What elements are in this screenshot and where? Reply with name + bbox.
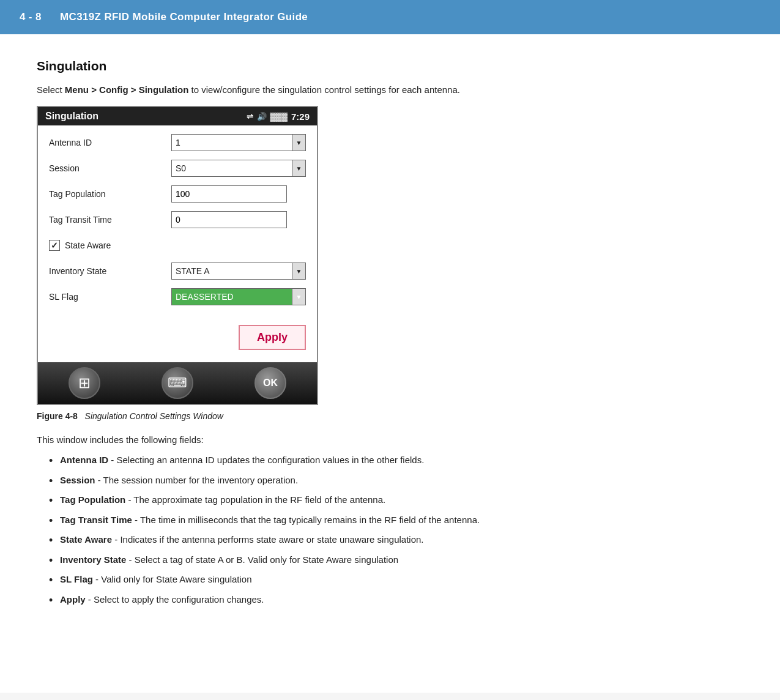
bullet-desc-5: - Select a tag of state A or B. Valid on… [129,554,399,565]
figure-description: Singulation Control Settings Window [85,411,223,421]
tag-transit-time-input[interactable] [171,211,287,228]
session-arrow[interactable]: ▼ [292,160,305,176]
section-title: Singulation [37,59,743,73]
antenna-id-label: Antenna ID [49,138,171,147]
guide-title: MC319Z RFID Mobile Computer Integrator G… [60,11,308,23]
antenna-id-value: 1 [172,136,292,149]
session-control[interactable]: S0 ▼ [171,160,306,177]
bullet-desc-1: - The session number for the inventory o… [98,475,298,485]
bullet-term-0: Antenna ID [60,455,108,465]
session-dropdown[interactable]: S0 ▼ [171,160,306,177]
device-taskbar: ⊞ ⌨ OK [38,362,317,404]
sl-flag-value: DEASSERTED [172,291,292,303]
tag-population-row: Tag Population [49,184,306,204]
bullet-desc-4: - Indicates if the antenna performs stat… [114,534,423,545]
inventory-state-row: Inventory State STATE A ▼ [49,261,306,281]
list-item: Antenna ID - Selecting an antenna ID upd… [49,453,743,467]
keyboard-button[interactable]: ⌨ [162,367,193,399]
ok-label: OK [263,378,278,389]
figure-caption: Figure 4-8 Singulation Control Settings … [37,411,743,421]
state-aware-row: ✓ State Aware [49,236,306,255]
device-title: Singulation [45,111,98,122]
bullet-term-6: SL Flag [60,574,93,584]
battery-icon: ▓▓▓ [270,112,288,121]
session-value: S0 [172,162,292,174]
device-titlebar: Singulation ⇌ 🔊 ▓▓▓ 7:29 [38,107,317,125]
signal-icon: ⇌ [247,112,253,121]
windows-icon: ⊞ [78,374,91,392]
state-aware-label: State Aware [65,240,111,250]
sl-flag-row: SL Flag DEASSERTED ▼ [49,287,306,307]
bullet-term-5: Inventory State [60,554,126,565]
intro-paragraph: Select Menu > Config > Singulation to vi… [37,84,743,95]
inventory-state-arrow[interactable]: ▼ [292,263,305,279]
session-label: Session [49,163,171,173]
list-item: Inventory State - Select a tag of state … [49,553,743,567]
tag-population-label: Tag Population [49,189,171,199]
list-item: Apply - Select to apply the configuratio… [49,593,743,607]
bullet-term-3: Tag Transit Time [60,515,132,525]
nav-path: Menu > Config > Singulation [65,84,189,95]
sl-flag-arrow[interactable]: ▼ [292,289,305,305]
tag-transit-time-control[interactable] [171,211,306,228]
device-screenshot: Singulation ⇌ 🔊 ▓▓▓ 7:29 Antenna ID 1 ▼ [37,106,318,405]
bullet-desc-2: - The approximate tag population in the … [128,494,385,505]
bullet-term-2: Tag Population [60,494,125,505]
bullet-desc-3: - The time in milliseconds that the tag … [135,515,480,525]
header-bar: 4 - 8 MC319Z RFID Mobile Computer Integr… [0,0,780,34]
tag-population-control[interactable] [171,185,306,203]
bullet-desc-0: - Selecting an antenna ID updates the co… [111,455,424,465]
bullet-term-4: State Aware [60,534,112,545]
device-time: 7:29 [291,111,310,122]
tag-transit-time-label: Tag Transit Time [49,215,171,225]
bullet-desc-7: - Select to apply the configuration chan… [88,594,264,605]
session-row: Session S0 ▼ [49,158,306,178]
bullet-term-7: Apply [60,594,86,605]
intro-suffix: to view/configure the singulation contro… [188,84,460,95]
inventory-state-control[interactable]: STATE A ▼ [171,262,306,280]
main-content: Singulation Select Menu > Config > Singu… [0,34,780,693]
keyboard-icon: ⌨ [168,375,187,391]
antenna-id-control[interactable]: 1 ▼ [171,134,306,151]
page-number: 4 - 8 [20,11,42,23]
bullet-desc-6: - Valid only for State Aware singulation [95,574,251,584]
apply-button[interactable]: Apply [239,325,306,350]
antenna-id-row: Antenna ID 1 ▼ [49,133,306,152]
volume-icon: 🔊 [257,112,267,121]
antenna-id-dropdown[interactable]: 1 ▼ [171,134,306,151]
device-body: Antenna ID 1 ▼ Session S0 ▼ [38,125,317,356]
list-item: Tag Population - The approximate tag pop… [49,493,743,507]
sl-flag-label: SL Flag [49,292,171,302]
inventory-state-value: STATE A [172,265,292,277]
windows-button[interactable]: ⊞ [69,367,100,399]
sl-flag-control[interactable]: DEASSERTED ▼ [171,288,306,305]
list-item: Tag Transit Time - The time in milliseco… [49,513,743,527]
list-item: SL Flag - Valid only for State Aware sin… [49,573,743,587]
sl-flag-dropdown[interactable]: DEASSERTED ▼ [171,288,306,305]
state-aware-checkbox[interactable]: ✓ [49,240,60,251]
inventory-state-label: Inventory State [49,266,171,276]
antenna-id-arrow[interactable]: ▼ [292,135,305,151]
figure-label: Figure 4-8 [37,411,78,421]
bullet-term-1: Session [60,475,95,485]
tag-population-input[interactable] [171,185,287,203]
list-item: State Aware - Indicates if the antenna p… [49,533,743,547]
ok-button[interactable]: OK [254,367,286,399]
tag-transit-time-row: Tag Transit Time [49,210,306,229]
intro-prefix: Select [37,84,65,95]
inventory-state-dropdown[interactable]: STATE A ▼ [171,262,306,280]
list-item: Session - The session number for the inv… [49,474,743,488]
bullet-list: Antenna ID - Selecting an antenna ID upd… [37,453,743,606]
desc-text: This window includes the following field… [37,434,743,445]
status-icons: ⇌ 🔊 ▓▓▓ 7:29 [247,111,310,122]
